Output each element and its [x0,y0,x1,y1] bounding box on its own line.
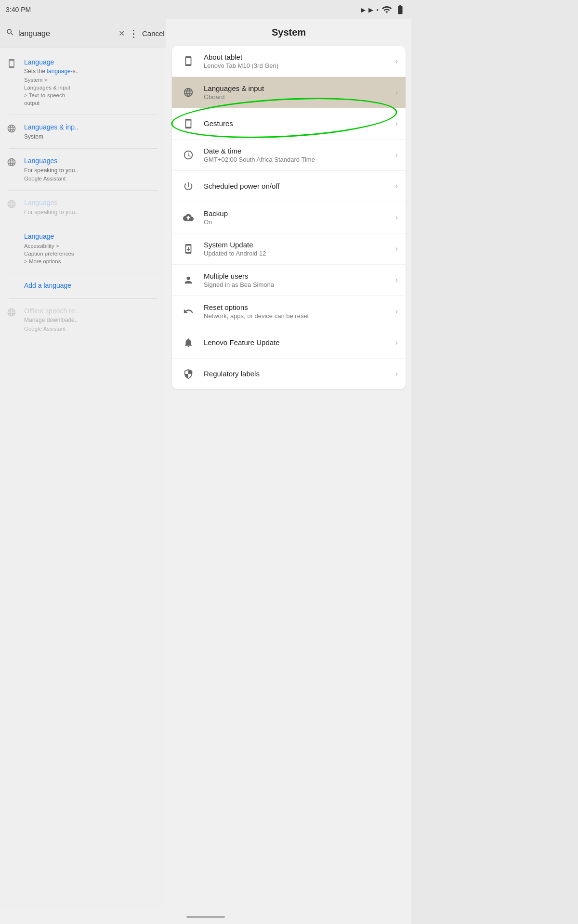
separator-2 [9,148,158,149]
separator-3 [9,190,158,191]
settings-item-languages-input[interactable]: Languages & input Gboard › [172,77,406,108]
left-panel: ✕ ⋮ Cancel Language Sets the language-s.… [0,19,166,924]
main-layout: ✕ ⋮ Cancel Language Sets the language-s.… [0,19,411,924]
search-results: Language Sets the language-s.. System >L… [0,48,166,924]
separator-1 [9,115,158,115]
settings-item-system-update[interactable]: System Update Updated to Android 12 › [172,233,406,265]
device-icon [7,59,16,71]
date-time-subtitle: GMT+02:00 South Africa Standard Time [204,156,392,163]
device-icon-about [180,52,197,70]
result-title-6: Add a language [24,281,158,290]
date-time-title: Date & time [204,147,392,155]
multiple-users-title: Multiple users [204,272,392,280]
status-time: 3:40 PM [6,6,31,13]
wifi-icon [381,4,392,15]
result-text-2: Languages & inp.. System [24,123,158,141]
settings-item-regulatory[interactable]: Regulatory labels › [172,359,406,389]
panel-title: System [172,27,406,38]
backup-subtitle: On [204,218,392,226]
chevron-gestures: › [395,119,398,128]
about-tablet-text: About tablet Lenovo Tab M10 (3rd Gen) [204,53,392,69]
settings-item-backup[interactable]: Backup On › [172,202,406,233]
globe-icon-lang [180,84,197,101]
globe-icon-2 [7,157,16,169]
power-icon [180,178,197,195]
chevron-backup: › [395,213,398,222]
settings-item-date-time[interactable]: Date & time GMT+02:00 South Africa Stand… [172,140,406,171]
settings-item-about-tablet[interactable]: About tablet Lenovo Tab M10 (3rd Gen) › [172,46,406,77]
settings-item-lenovo-update[interactable]: Lenovo Feature Update › [172,327,406,359]
chevron-users: › [395,276,398,284]
separator-6 [9,298,158,299]
shield-icon [180,365,197,383]
settings-card: About tablet Lenovo Tab M10 (3rd Gen) › … [172,46,406,389]
dot-icon: ● [376,8,379,12]
search-result-languages-assistant-2[interactable]: Languages For speaking to you.. [0,193,166,221]
result-title-1: Language [24,58,158,66]
result-title-7: Offline speech re.. [24,307,158,315]
search-result-add-language[interactable]: Add a language [0,276,166,295]
about-tablet-subtitle: Lenovo Tab M10 (3rd Gen) [204,62,392,69]
search-result-languages-assistant-1[interactable]: Languages For speaking to you.. Google A… [0,152,166,187]
more-options-button[interactable]: ⋮ [129,28,138,39]
search-icon [6,28,14,39]
chevron-power: › [395,182,398,191]
result-path-1: System >Languages & input> Text-to-speec… [24,76,158,107]
clear-search-button[interactable]: ✕ [118,29,125,38]
search-input[interactable] [18,29,115,38]
search-result-language-accessibility[interactable]: Language Accessibility >Caption preferen… [0,227,166,270]
search-result-languages-input[interactable]: Languages & inp.. System [0,118,166,145]
regulatory-title: Regulatory labels [204,370,392,378]
chevron-lenovo: › [395,338,398,347]
bell-icon [180,334,197,351]
chevron-date-time: › [395,151,398,159]
result-title-3: Languages [24,156,158,165]
result-subtitle-4: For speaking to you.. [24,208,158,217]
scheduled-power-text: Scheduled power on/off [204,182,392,191]
chevron-languages: › [395,88,398,97]
gestures-title: Gestures [204,119,392,128]
nav-bar [0,910,411,924]
youtube-icon: ▶ [361,6,366,13]
system-update-text: System Update Updated to Android 12 [204,241,392,257]
backup-icon [180,209,197,226]
result-text-6: Add a language [24,281,158,290]
chevron-reset: › [395,307,398,316]
separator-4 [9,224,158,224]
languages-input-title: Languages & input [204,84,392,92]
backup-text: Backup On [204,209,392,226]
search-result-offline-speech[interactable]: Offline speech re.. Manage downloade.. G… [0,302,166,337]
battery-icon [395,4,406,15]
result-text-3: Languages For speaking to you.. Google A… [24,156,158,182]
update-icon [180,240,197,257]
chevron-regulatory: › [395,370,398,378]
result-path-5: Accessibility >Caption preferences> More… [24,242,158,265]
backup-title: Backup [204,209,392,218]
cancel-button[interactable]: Cancel [142,29,165,38]
settings-item-gestures[interactable]: Gestures › [172,108,406,140]
person-icon [180,271,197,289]
gestures-icon [180,115,197,132]
system-update-title: System Update [204,241,392,249]
multiple-users-subtitle: Signed in as Bea Simona [204,281,392,288]
result-text-5: Language Accessibility >Caption preferen… [24,232,158,265]
lenovo-update-title: Lenovo Feature Update [204,338,392,346]
clock-icon [180,146,197,164]
settings-item-reset[interactable]: Reset options Network, apps, or device c… [172,296,406,327]
result-title-4: Languages [24,198,158,207]
settings-item-multiple-users[interactable]: Multiple users Signed in as Bea Simona › [172,265,406,296]
result-subtitle-7: Manage downloade.. [24,316,158,324]
reset-icon [180,303,197,320]
result-subtitle-3: For speaking to you.. [24,167,158,175]
multiple-users-text: Multiple users Signed in as Bea Simona [204,272,392,288]
chevron-update: › [395,244,398,253]
search-result-language-1[interactable]: Language Sets the language-s.. System >L… [0,53,166,112]
settings-item-scheduled-power[interactable]: Scheduled power on/off › [172,171,406,202]
result-subtitle-2: System [24,133,158,141]
result-subtitle-1: Sets the language-s.. [24,67,158,76]
separator-5 [9,273,158,273]
nav-indicator [186,916,225,918]
status-icons: ▶ ▶ ● [361,4,406,15]
result-text-4: Languages For speaking to you.. [24,198,158,216]
globe-icon-1 [7,124,16,136]
